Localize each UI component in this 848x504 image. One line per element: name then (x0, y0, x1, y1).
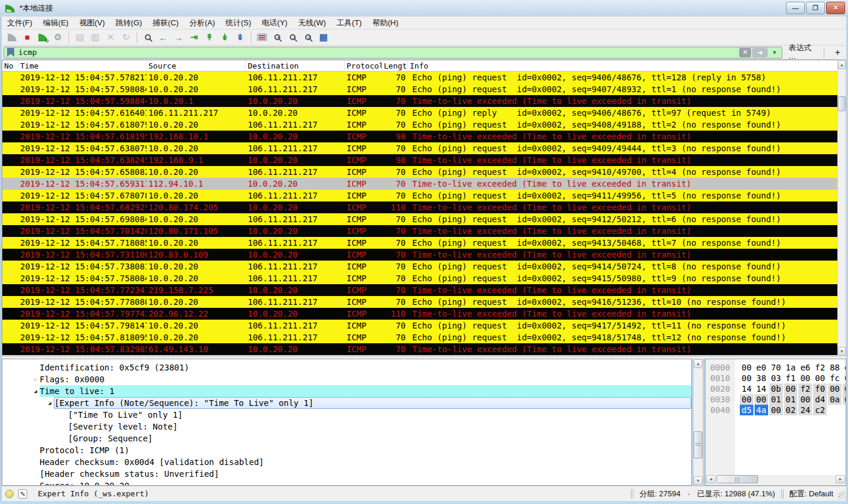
hex-row[interactable]: 0040d54a000224c2 (705, 405, 846, 415)
packet-row[interactable]: 2019-12-12 15:04:57.772347219.158.7.2251… (2, 284, 839, 296)
hex-byte[interactable]: 24 (798, 405, 812, 415)
packet-row[interactable]: 2019-12-12 15:04:57.731106120.83.0.10910… (2, 249, 839, 261)
hex-row[interactable]: 000000e0701ae6f288df (705, 362, 846, 373)
menu-item-go[interactable]: 跳转(G) (110, 17, 147, 29)
hex-byte[interactable]: d5 (740, 405, 753, 415)
packet-row[interactable]: 2019-12-12 15:04:57.616401106.11.211.217… (2, 107, 839, 119)
column-header-time[interactable]: Time (18, 60, 147, 71)
resize-grip[interactable] (838, 492, 846, 500)
menu-item-tools[interactable]: 工具(T) (331, 17, 367, 29)
apply-filter-button[interactable]: ➜ (752, 48, 768, 57)
packet-row[interactable]: 2019-12-12 15:04:57.59808410.0.20.20106.… (2, 83, 839, 95)
hex-byte[interactable]: 0a (828, 394, 841, 405)
menu-item-statistics[interactable]: 统计(S) (220, 17, 256, 29)
packet-row[interactable]: 2019-12-12 15:04:57.69808410.0.20.20106.… (2, 213, 839, 225)
hex-dump-pane[interactable]: 000000e0701ae6f288df0010003803f10000fc01… (705, 359, 846, 486)
save-file-icon[interactable]: ▥ (88, 31, 102, 44)
packet-row[interactable]: 2019-12-12 15:04:57.61807910.0.20.20106.… (2, 119, 839, 131)
hex-byte[interactable]: 00 (784, 383, 798, 394)
hex-byte[interactable]: fc (828, 373, 841, 383)
expander-expanded-icon[interactable]: ◢ (31, 385, 40, 397)
menu-item-telephony[interactable]: 电话(Y) (257, 17, 293, 29)
hex-byte[interactable]: 1a (784, 362, 798, 373)
hex-byte[interactable]: 00 (740, 373, 753, 383)
scroll-up-icon[interactable]: ▲ (694, 359, 703, 368)
hex-byte[interactable]: 03 (769, 373, 783, 383)
hex-byte[interactable]: 70 (769, 362, 783, 373)
hex-row[interactable]: 00300000010100d40a00 (705, 394, 846, 405)
column-header-length[interactable]: Length (382, 60, 408, 71)
hex-byte[interactable]: 38 (755, 373, 768, 383)
hex-byte[interactable]: f2 (798, 383, 812, 394)
minimize-button[interactable]: — (786, 2, 805, 14)
display-filter-input[interactable]: icmp ✕ ➜ ▼ (4, 47, 782, 58)
hex-byte[interactable]: 00 (740, 362, 753, 373)
hex-byte[interactable]: 00 (798, 394, 812, 405)
zoom-in-icon[interactable]: + (270, 31, 284, 44)
open-file-icon[interactable]: ▤ (73, 31, 87, 44)
profile-label[interactable]: 配置: Default (789, 489, 833, 499)
packet-row[interactable]: 2019-12-12 15:04:57.682929120.80.174.205… (2, 201, 839, 213)
scroll-down-icon[interactable]: ▼ (838, 347, 846, 356)
menu-item-file[interactable]: 文件(F) (2, 17, 38, 29)
hex-byte[interactable]: 00 (769, 405, 783, 415)
go-back-icon[interactable]: ← (156, 31, 170, 44)
hex-byte[interactable]: f2 (813, 362, 827, 373)
zoom-reset-icon[interactable]: = (301, 31, 315, 44)
hex-byte[interactable]: 01 (784, 394, 798, 405)
packet-row[interactable]: 2019-12-12 15:04:57.638245192.168.9.110.… (2, 154, 839, 166)
expert-info-indicator[interactable] (5, 490, 14, 498)
packet-row[interactable]: 2019-12-12 15:04:57.81809510.0.20.20106.… (2, 331, 839, 343)
hex-byte[interactable]: 14 (740, 383, 753, 394)
hex-byte[interactable]: 0b (769, 383, 783, 394)
zoom-out-icon[interactable]: − (286, 31, 300, 44)
detail-row[interactable]: [Group: Sequence] (2, 433, 691, 444)
hex-byte[interactable]: 00 (755, 394, 768, 405)
scroll-up-icon[interactable]: ▲ (838, 60, 846, 69)
menu-item-view[interactable]: 视图(V) (74, 17, 110, 29)
hex-byte[interactable]: 00 (798, 373, 812, 383)
find-packet-icon[interactable] (141, 31, 155, 44)
hex-byte[interactable]: d4 (813, 394, 827, 405)
hex-byte[interactable]: 00 (813, 373, 827, 383)
detail-row[interactable]: [Severity level: Note] (2, 421, 691, 433)
packet-row[interactable]: 2019-12-12 15:04:57.63807910.0.20.20106.… (2, 142, 839, 154)
expander-collapsed-icon[interactable]: ▷ (31, 373, 40, 385)
packet-row[interactable]: 2019-12-12 15:04:57.75808410.0.20.20106.… (2, 272, 839, 284)
menu-item-analyze[interactable]: 分析(A) (184, 17, 220, 29)
menu-item-wireless[interactable]: 无线(W) (293, 17, 331, 29)
colorize-icon[interactable] (255, 31, 269, 44)
scroll-down-icon[interactable]: ▼ (694, 476, 703, 485)
packet-row[interactable]: 2019-12-12 15:04:57.65808210.0.20.20106.… (2, 166, 839, 178)
menu-item-help[interactable]: 帮助(H) (367, 17, 404, 29)
detail-row[interactable]: Source: 10.0.20.20 (2, 480, 691, 486)
restart-capture-icon[interactable] (35, 31, 50, 44)
hex-byte[interactable]: 88 (828, 362, 841, 373)
column-header-destination[interactable]: Destination (246, 60, 345, 71)
hex-byte[interactable]: c2 (813, 405, 827, 415)
expander-expanded-icon[interactable]: ◢ (46, 397, 54, 409)
packet-row[interactable]: 2019-12-12 15:04:57.73808110.0.20.20106.… (2, 261, 839, 272)
reload-icon[interactable]: ↻ (119, 31, 133, 44)
hex-row[interactable]: 002014140b00f2f00000 (705, 383, 846, 394)
go-to-bottom-icon[interactable]: ↡ (218, 31, 232, 44)
hex-scrollbar[interactable]: ◀ ▶ (706, 475, 845, 485)
detail-row[interactable]: ["Time To Live" only 1] (2, 409, 691, 421)
start-capture-icon[interactable] (5, 31, 19, 44)
hex-byte[interactable]: f0 (813, 383, 827, 394)
column-header-no[interactable]: No (2, 60, 18, 71)
capture-options-icon[interactable]: ⚙ (51, 31, 65, 44)
detail-row[interactable]: Identification: 0x5cf9 (23801) (2, 362, 691, 373)
details-scrollbar[interactable]: ▲ ▼ (693, 359, 703, 486)
detail-row[interactable]: ◢[Expert Info (Note/Sequence): "Time To … (2, 397, 691, 409)
maximize-button[interactable]: ❐ (806, 2, 825, 14)
clear-filter-button[interactable]: ✕ (739, 48, 751, 57)
go-forward-icon[interactable]: → (171, 31, 186, 44)
packet-row[interactable]: 2019-12-12 15:04:57.67807810.0.20.20106.… (2, 190, 839, 201)
column-header-info[interactable]: Info (408, 60, 839, 71)
packet-row[interactable]: 2019-12-12 15:04:57.797743202.96.12.2210… (2, 308, 839, 320)
hex-byte[interactable]: 4a (755, 405, 768, 415)
packet-row[interactable]: 2019-12-12 15:04:57.701420120.80.171.105… (2, 225, 839, 237)
detail-row[interactable]: Header checksum: 0x00d4 [validation disa… (2, 456, 691, 468)
hex-byte[interactable]: e6 (798, 362, 812, 373)
